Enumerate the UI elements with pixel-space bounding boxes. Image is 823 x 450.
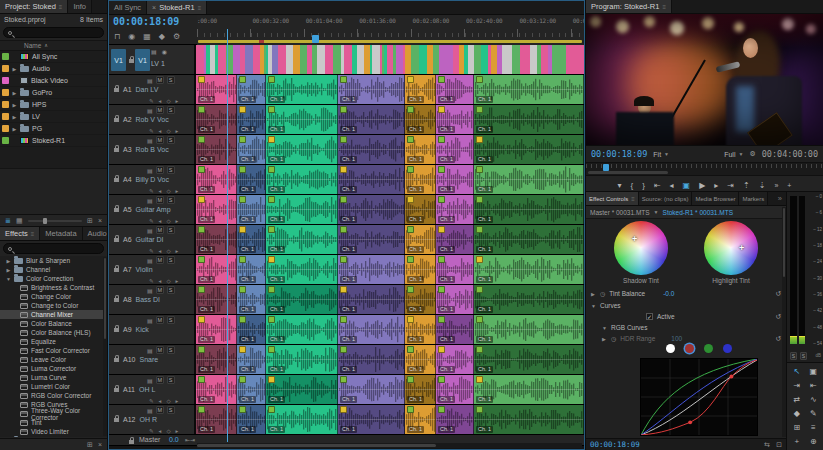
tab-overflow-icon[interactable]: »: [774, 192, 786, 205]
audio-clip[interactable]: Ch. 1: [266, 225, 338, 254]
master-channel-dot[interactable]: [666, 344, 675, 353]
label-color-swatch[interactable]: [2, 137, 9, 144]
project-search-input[interactable]: [3, 27, 104, 38]
previous-keyframe-icon[interactable]: ◂: [159, 188, 162, 194]
solo-button[interactable]: S: [167, 406, 175, 414]
project-item-pg[interactable]: ▶PG: [0, 123, 107, 135]
track-lock-icon[interactable]: [114, 206, 119, 213]
audio-clip[interactable]: Ch. 1: [237, 165, 266, 194]
blue-channel-dot[interactable]: [723, 344, 732, 353]
audio-clip[interactable]: Ch. 1: [474, 255, 584, 284]
audio-clip[interactable]: Ch. 1: [266, 195, 338, 224]
play-button[interactable]: ▶: [699, 181, 705, 190]
more-button[interactable]: »: [774, 182, 778, 189]
audio-clip[interactable]: Ch. 1: [405, 285, 436, 314]
selection-tool[interactable]: ↖: [789, 365, 805, 378]
audio-clip[interactable]: Ch. 1: [338, 405, 405, 434]
audio-clip[interactable]: Ch. 1: [436, 75, 474, 104]
collapse-icon[interactable]: ▼: [6, 276, 11, 282]
audio-clip[interactable]: Ch. 1: [474, 75, 584, 104]
tab-effect-controls[interactable]: Effect Controls≡: [586, 192, 639, 205]
show-keyframes-icon[interactable]: ✎: [149, 278, 154, 284]
solo-button[interactable]: S: [167, 346, 175, 354]
show-keyframes-icon[interactable]: ✎: [149, 128, 154, 134]
solo-button[interactable]: S: [167, 286, 175, 294]
tab-stoked-r1[interactable]: ×Stoked-R1≡: [147, 1, 207, 14]
label-color-swatch[interactable]: [2, 65, 9, 72]
effect-item-color-correction[interactable]: ▼Color Correction: [0, 274, 107, 283]
tab-metadata[interactable]: Metadata: [40, 227, 82, 240]
solo-button[interactable]: S: [167, 106, 175, 114]
track-output-icon[interactable]: ◉: [162, 48, 167, 55]
track-lock-icon[interactable]: [114, 86, 119, 93]
track-lock-icon[interactable]: [114, 326, 119, 333]
mute-button[interactable]: M: [156, 316, 164, 324]
effect-item-leave-color[interactable]: Leave Color: [0, 355, 107, 364]
project-item-all-sync[interactable]: All Sync: [0, 51, 107, 63]
audio-clip[interactable]: Ch. 1: [196, 165, 237, 194]
audio-clip[interactable]: Ch. 1: [474, 165, 584, 194]
tab-media-browser[interactable]: Media Browser: [692, 192, 739, 205]
audio-clip[interactable]: Ch. 1: [474, 105, 584, 134]
show-keyframes-icon[interactable]: ✎: [149, 398, 154, 404]
add-keyframe-icon[interactable]: ◇: [166, 248, 170, 254]
audio-clip[interactable]: Ch. 1: [436, 135, 474, 164]
audio-clip[interactable]: Ch. 1: [237, 255, 266, 284]
track-lock-icon[interactable]: [114, 386, 119, 393]
track-lock-icon[interactable]: [114, 266, 119, 273]
mute-button[interactable]: M: [156, 346, 164, 354]
audio-clip[interactable]: Ch. 1: [405, 105, 436, 134]
snap-icon[interactable]: ⊓: [114, 32, 120, 41]
track-lock-icon[interactable]: [114, 176, 119, 183]
project-item-lv[interactable]: ▶LV: [0, 111, 107, 123]
audio-clip[interactable]: Ch. 1: [436, 375, 474, 404]
track-name[interactable]: Snare: [139, 356, 158, 363]
track-meter-icon[interactable]: ▤: [147, 227, 153, 234]
step-forward-button[interactable]: ▸: [714, 181, 718, 190]
audio-clip[interactable]: Ch. 1: [474, 195, 584, 224]
track-name[interactable]: Dan LV: [136, 86, 159, 93]
video-clip[interactable]: [512, 45, 520, 74]
red-channel-dot[interactable]: [685, 344, 694, 353]
audio-clip[interactable]: Ch. 1: [196, 255, 237, 284]
next-keyframe-icon[interactable]: ▸: [176, 188, 179, 194]
audio-clip[interactable]: Ch. 1: [266, 345, 338, 374]
project-item-gopro[interactable]: ▶GoPro: [0, 87, 107, 99]
audio-clip[interactable]: Ch. 1: [436, 285, 474, 314]
program-scroll-thumb[interactable]: [588, 171, 668, 174]
track-lock-icon[interactable]: [129, 438, 134, 445]
collapse-icon[interactable]: ▼: [591, 303, 596, 309]
tab-all-sync[interactable]: All Sync: [109, 1, 147, 14]
expand-icon[interactable]: ▶: [12, 66, 17, 72]
video-clip[interactable]: [405, 45, 412, 74]
audio-clip[interactable]: Ch. 1: [436, 405, 474, 434]
mute-button[interactable]: M: [156, 106, 164, 114]
track-meter-icon[interactable]: ▤: [147, 77, 153, 84]
track-lock-icon[interactable]: [114, 296, 119, 303]
tab-program[interactable]: Program: Stoked-R1 ≡: [586, 0, 672, 13]
label-color-swatch[interactable]: [2, 77, 9, 84]
video-clip[interactable]: [396, 45, 403, 74]
audio-clip[interactable]: Ch. 1: [338, 345, 405, 374]
video-clip[interactable]: [481, 45, 488, 74]
track-meter-icon[interactable]: ▤: [147, 167, 153, 174]
add-point-tool[interactable]: +: [789, 435, 805, 448]
timeline-settings-icon[interactable]: ⚙: [173, 32, 180, 41]
previous-keyframe-icon[interactable]: ◂: [159, 278, 162, 284]
video-clip[interactable]: [233, 45, 240, 74]
delete-button[interactable]: ×: [98, 441, 102, 449]
comparison-view-button[interactable]: ⊡: [776, 441, 782, 449]
audio-clip[interactable]: Ch. 1: [474, 405, 584, 434]
expand-icon[interactable]: ▶: [12, 126, 17, 132]
audio-clip[interactable]: Ch. 1: [405, 255, 436, 284]
audio-clip[interactable]: Ch. 1: [237, 135, 266, 164]
solo-button[interactable]: S: [167, 316, 175, 324]
audio-clip[interactable]: Ch. 1: [237, 345, 266, 374]
solo-button[interactable]: S: [167, 196, 175, 204]
expand-icon[interactable]: ▶: [6, 267, 11, 273]
track-meter-icon[interactable]: ▤: [147, 137, 153, 144]
audio-clip[interactable]: Ch. 1: [436, 315, 474, 344]
add-keyframe-icon[interactable]: ◇: [166, 398, 170, 404]
video-clip[interactable]: [333, 45, 341, 74]
effect-item-blur-sharpen[interactable]: ▶Blur & Sharpen: [0, 256, 107, 265]
